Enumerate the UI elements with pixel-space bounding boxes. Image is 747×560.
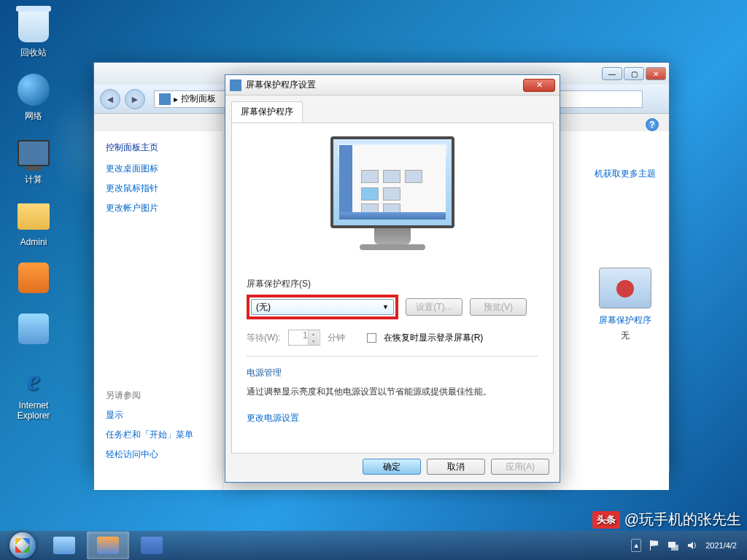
change-power-link[interactable]: 更改电源设置 xyxy=(247,412,538,424)
clock-date: 2021/4/2 xyxy=(705,540,737,551)
desktop-icon-recycle-bin[interactable]: 回收站 xyxy=(6,6,61,62)
desktop-icon-computer[interactable]: 计算 xyxy=(6,133,61,189)
apply-button[interactable]: 应用(A) xyxy=(491,459,549,475)
desktop-icons: 回收站 网络 计算 Admini e Internet Explorer xyxy=(0,0,67,429)
start-button[interactable] xyxy=(3,531,42,560)
watermark-badge: 头条 xyxy=(592,511,620,529)
taskbar-item-personalization[interactable] xyxy=(87,532,129,559)
icon-label: Internet Explorer xyxy=(9,400,58,421)
sidebar-heading[interactable]: 控制面板主页 xyxy=(106,141,211,154)
see-also-label: 另请参阅 xyxy=(106,389,211,402)
dialog-titlebar[interactable]: 屏幕保护程序设置 ✕ xyxy=(225,75,560,96)
sidebar-link-taskbar[interactable]: 任务栏和「开始」菜单 xyxy=(106,429,211,441)
preview-button[interactable]: 预览(V) xyxy=(470,298,527,316)
network-icon[interactable] xyxy=(667,540,679,551)
taskbar: ▲ 2021/4/2 xyxy=(0,531,747,560)
dialog-buttons: 确定 取消 应用(A) xyxy=(363,459,549,475)
tab-content: 屏幕保护程序(S) (无) ▼ 设置(T)... 预览(V) 等待(W): 1 … xyxy=(231,122,554,454)
desktop-icon-ie[interactable]: e Internet Explorer xyxy=(6,359,61,424)
recycle-bin-icon xyxy=(18,10,49,42)
taskbar-item-explorer[interactable] xyxy=(43,532,85,559)
screensaver-thumbnail[interactable] xyxy=(599,268,651,308)
minimize-button[interactable]: — xyxy=(602,67,622,80)
forward-button[interactable]: ► xyxy=(125,89,145,109)
tab-screensaver[interactable]: 屏幕保护程序 xyxy=(231,101,303,122)
maximize-button[interactable]: ▢ xyxy=(624,67,644,80)
sidebar: 控制面板主页 更改桌面图标 更改鼠标指针 更改帐户图片 另请参阅 显示 任务栏和… xyxy=(94,131,222,490)
screensaver-combo[interactable]: (无) ▼ xyxy=(251,299,394,315)
more-themes-link[interactable]: 机获取更多主题 xyxy=(581,168,669,180)
chevron-down-icon: ▼ xyxy=(382,303,389,311)
desktop-icon-blank2[interactable] xyxy=(6,308,61,352)
close-button[interactable]: ✕ xyxy=(646,67,666,80)
app-icon xyxy=(18,262,49,293)
back-button[interactable]: ◄ xyxy=(100,89,120,109)
wait-label: 等待(W): xyxy=(247,332,281,344)
volume-icon[interactable] xyxy=(686,540,698,551)
cancel-button[interactable]: 取消 xyxy=(427,459,485,475)
screensaver-link-label[interactable]: 屏幕保护程序 xyxy=(581,314,669,327)
tab-strip: 屏幕保护程序 xyxy=(231,101,554,123)
resume-checkbox[interactable] xyxy=(367,333,376,343)
screensaver-value: 无 xyxy=(581,330,669,342)
icon-label: 计算 xyxy=(9,174,58,186)
breadcrumb-text: 控制面板 xyxy=(181,93,216,105)
flag-icon[interactable] xyxy=(649,540,660,551)
screensaver-group-label: 屏幕保护程序(S) xyxy=(247,278,538,290)
folder-icon xyxy=(18,203,50,230)
wait-spinner[interactable]: 1 xyxy=(288,330,320,346)
sidebar-link-mouse-pointers[interactable]: 更改鼠标指针 xyxy=(106,182,211,195)
system-icon xyxy=(230,79,241,91)
settings-button[interactable]: 设置(T)... xyxy=(406,298,462,316)
tray-overflow-button[interactable]: ▲ xyxy=(631,539,641,552)
wait-unit: 分钟 xyxy=(328,332,345,344)
globe-icon xyxy=(18,74,50,106)
dialog-title: 屏幕保护程序设置 xyxy=(246,79,523,91)
ok-button[interactable]: 确定 xyxy=(363,459,421,475)
sidebar-link-display[interactable]: 显示 xyxy=(106,409,211,421)
watermark-text: @玩手机的张先生 xyxy=(624,510,741,529)
control-panel-icon xyxy=(159,93,171,105)
screensaver-settings-dialog: 屏幕保护程序设置 ✕ 屏幕保护程序 xyxy=(225,74,560,483)
help-icon[interactable]: ? xyxy=(646,118,659,131)
desktop-icon-blank1[interactable] xyxy=(6,257,61,301)
power-section-title: 电源管理 xyxy=(247,367,538,379)
preview-monitor xyxy=(320,136,465,260)
taskbar-item-screensaver[interactable] xyxy=(131,532,173,559)
sidebar-link-desktop-icons[interactable]: 更改桌面图标 xyxy=(106,163,211,175)
ie-icon: e xyxy=(27,363,40,397)
windows-logo-icon xyxy=(9,532,36,559)
svg-rect-1 xyxy=(671,545,678,551)
monitor-icon xyxy=(18,140,50,166)
system-tray: ▲ 2021/4/2 xyxy=(631,539,744,552)
dialog-close-button[interactable]: ✕ xyxy=(523,79,555,92)
icon-label: 回收站 xyxy=(9,47,58,59)
desktop-icon-admin[interactable]: Admini xyxy=(6,196,61,250)
watermark-overlay: 头条 @玩手机的张先生 xyxy=(592,510,741,529)
icon-label: 网络 xyxy=(9,110,58,122)
desktop-icon-network[interactable]: 网络 xyxy=(6,69,61,125)
app-icon xyxy=(18,314,49,344)
sidebar-link-ease-of-access[interactable]: 轻松访问中心 xyxy=(106,448,211,461)
highlight-annotation: (无) ▼ xyxy=(247,295,398,319)
power-description: 通过调整显示亮度和其他电源设置以节省能源或提供最佳性能。 xyxy=(247,385,538,399)
resume-checkbox-label[interactable]: 在恢复时显示登录屏幕(R) xyxy=(384,332,484,344)
taskbar-clock[interactable]: 2021/4/2 xyxy=(705,540,737,551)
sidebar-link-account-picture[interactable]: 更改帐户图片 xyxy=(106,202,211,214)
combo-value: (无) xyxy=(256,301,271,314)
icon-label: Admini xyxy=(9,237,58,247)
